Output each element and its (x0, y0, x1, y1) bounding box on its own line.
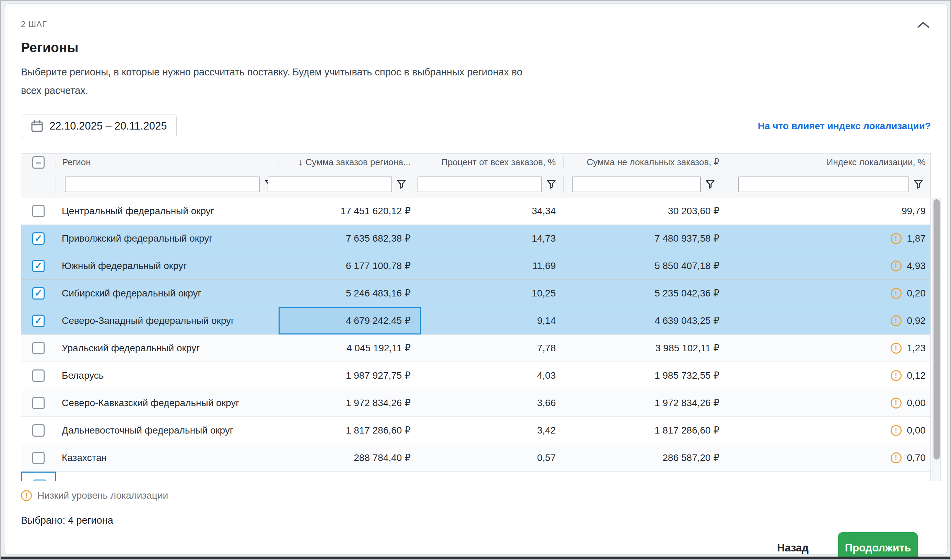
focused-cell[interactable]: 4 679 242,45 ₽ (279, 307, 421, 334)
calendar-icon (31, 120, 43, 132)
table-filter-row (21, 171, 930, 197)
column-header-region[interactable]: Регион (56, 157, 279, 168)
row-checkbox[interactable] (32, 452, 45, 464)
percent-of-orders: 7,78 (421, 334, 563, 362)
row-checkbox[interactable] (32, 424, 45, 437)
localization-index: 99,79 (902, 206, 926, 217)
row-checkbox[interactable] (32, 397, 45, 409)
column-header-sum[interactable]: ↓ Сумма заказов региона... (279, 157, 421, 168)
non-local-sum: 5 850 407,18 ₽ (563, 252, 730, 279)
localization-index: 1,23 (907, 343, 926, 354)
warning-circle-icon: ! (891, 288, 902, 299)
row-checkbox[interactable]: ✓ (32, 232, 45, 245)
region-name: Беларусь (56, 362, 279, 389)
table-row[interactable]: Беларусь 1 987 927,75 ₽ 4,03 1 985 732,5… (21, 362, 930, 389)
table-row-clipped (21, 472, 930, 481)
column-header-index[interactable]: Индекс локализации, % (730, 157, 930, 168)
warning-circle-icon: ! (891, 370, 902, 381)
order-sum: 5 246 483,16 ₽ (279, 280, 421, 307)
warning-circle-icon: ! (891, 398, 902, 409)
percent-of-orders: 3,66 (421, 389, 563, 416)
percent-of-orders: 10,25 (421, 280, 563, 307)
page-title: Регионы (21, 40, 931, 55)
order-sum: 1 987 927,75 ₽ (279, 362, 421, 389)
filter-input-index[interactable] (738, 177, 909, 192)
chevron-up-icon (917, 21, 930, 29)
localization-index-link[interactable]: На что влияет индекс локализации? (758, 121, 931, 132)
table-scrollbar[interactable] (932, 198, 941, 481)
non-local-sum: 4 639 043,25 ₽ (563, 307, 730, 334)
non-local-sum: 1 972 834,26 ₽ (563, 389, 730, 416)
step-panel: 2 ШАГ Регионы Выберите регионы, в которы… (4, 3, 948, 554)
table-row[interactable]: Дальневосточный федеральный округ 1 817 … (21, 417, 930, 444)
table-row[interactable]: Уральский федеральный округ 4 045 192,11… (21, 334, 930, 362)
non-local-sum: 7 480 937,58 ₽ (563, 225, 730, 252)
table-row[interactable]: ✓ Северо-Западный федеральный округ 4 67… (21, 307, 930, 334)
non-local-sum: 3 985 102,11 ₽ (563, 334, 730, 362)
order-sum: 7 635 682,38 ₽ (279, 225, 421, 252)
warning-circle-icon: ! (21, 490, 32, 501)
order-sum: 1 817 286,60 ₽ (279, 417, 421, 444)
table-row[interactable]: Центральный федеральный округ 17 451 620… (21, 197, 930, 225)
funnel-icon[interactable] (909, 179, 928, 189)
selected-count: Выбрано: 4 региона (21, 515, 931, 526)
percent-of-orders: 3,42 (421, 417, 563, 444)
filter-input-percent[interactable] (417, 177, 542, 192)
warning-circle-icon: ! (891, 452, 902, 463)
non-local-sum: 1 817 286,60 ₽ (563, 417, 730, 444)
percent-of-orders: 9,14 (421, 307, 563, 334)
order-sum: 17 451 620,12 ₽ (279, 197, 421, 225)
back-button[interactable]: Назад (777, 542, 809, 554)
region-name: Уральский федеральный округ (56, 334, 279, 362)
table-row[interactable]: ✓ Южный федеральный округ 6 177 100,78 ₽… (21, 252, 930, 280)
non-local-sum: 286 587,20 ₽ (563, 444, 730, 471)
bottom-edge-bar (1, 557, 950, 559)
select-all-checkbox[interactable]: – (32, 156, 45, 169)
table-row[interactable]: ✓ Сибирский федеральный округ 5 246 483,… (21, 280, 930, 307)
warning-circle-icon: ! (891, 233, 902, 244)
row-checkbox[interactable] (32, 369, 45, 382)
column-header-nonlocal[interactable]: Сумма не локальных заказов, ₽ (563, 157, 730, 168)
region-name: Северо-Западный федеральный округ (56, 307, 279, 334)
filter-input-sum[interactable] (268, 177, 392, 192)
row-checkbox[interactable] (33, 480, 46, 481)
date-range-picker[interactable]: 22.10.2025 – 20.11.2025 (21, 114, 177, 138)
funnel-icon[interactable] (392, 179, 411, 189)
row-checkbox[interactable]: ✓ (32, 260, 45, 272)
percent-of-orders: 11,69 (421, 252, 563, 279)
localization-index: 0,70 (907, 452, 926, 463)
filter-input-region[interactable] (65, 177, 260, 192)
row-checkbox[interactable]: ✓ (32, 315, 45, 327)
localization-index: 0,92 (907, 315, 926, 326)
region-name: Приволжский федеральный округ (56, 225, 279, 252)
row-checkbox[interactable]: ✓ (32, 287, 45, 300)
localization-index: 0,00 (907, 425, 926, 436)
filter-input-nonlocal[interactable] (572, 177, 701, 192)
localization-index: 0,20 (907, 288, 926, 299)
row-checkbox[interactable] (32, 342, 45, 354)
percent-of-orders: 0,57 (421, 444, 563, 471)
arrow-down-icon: ↓ (298, 157, 303, 168)
table-row[interactable]: Казахстан 288 784,40 ₽ 0,57 286 587,20 ₽… (21, 444, 930, 472)
collapse-panel-button[interactable] (915, 17, 931, 32)
non-local-sum: 5 235 042,36 ₽ (563, 280, 730, 307)
table-row[interactable]: ✓ Приволжский федеральный округ 7 635 68… (21, 225, 930, 252)
focused-checkbox-cell[interactable] (21, 472, 56, 481)
non-local-sum: 30 203,60 ₽ (563, 197, 730, 225)
row-checkbox[interactable] (32, 205, 45, 217)
localization-index: 1,87 (907, 233, 926, 244)
region-name: Дальневосточный федеральный округ (56, 417, 279, 444)
order-sum: 288 784,40 ₽ (279, 444, 421, 471)
order-sum: 1 972 834,26 ₽ (279, 389, 421, 416)
table-body: Центральный федеральный округ 17 451 620… (21, 197, 930, 481)
funnel-icon[interactable] (542, 179, 560, 189)
localization-index: 0,12 (907, 370, 926, 381)
scrollbar-thumb[interactable] (934, 199, 940, 460)
continue-button[interactable]: Продолжить (838, 532, 918, 560)
column-header-percent[interactable]: Процент от всех заказов, % (421, 157, 563, 168)
table-row[interactable]: Северо-Кавказский федеральный округ 1 97… (21, 389, 930, 417)
percent-of-orders: 4,03 (421, 362, 563, 389)
percent-of-orders: 34,34 (421, 197, 563, 225)
funnel-icon[interactable] (701, 179, 719, 189)
warning-circle-icon: ! (891, 425, 902, 436)
